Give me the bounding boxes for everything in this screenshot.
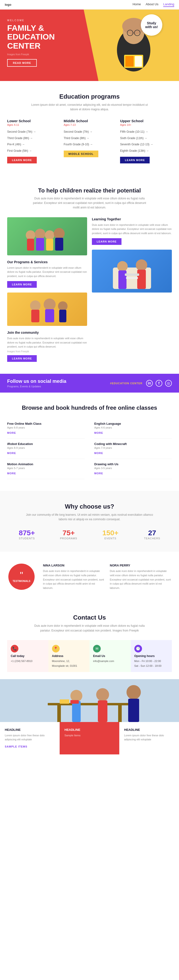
potential-programs-desc: Lorem ipsum dolor in reprehenderit in vo… [7, 266, 87, 278]
middle-school-button[interactable]: MIDDLE SCHOOL [64, 151, 98, 157]
svg-rect-32 [57, 705, 61, 722]
potential-learning-title: Learning Together [92, 217, 172, 221]
potential-learning-desc: Duis aute irure dolor in reprehenderit i… [92, 223, 172, 235]
headline-2-text: Sample Items [64, 733, 114, 738]
program-upper-age: Ages 14+ [120, 123, 172, 126]
program-lower-title: Lower School [7, 119, 59, 123]
stat-events-num: 150+ [91, 529, 130, 537]
classes-title: Browse and book hundreds of free online … [7, 404, 172, 411]
contact-call-value: +1 (234) 567-8910 [11, 660, 45, 662]
class-item-1: Free Online Math Class Ages 6-8 years MO… [7, 418, 85, 439]
lower-item-2[interactable]: Third Grade (8th) → [7, 137, 33, 140]
education-programs-subtitle: Lorem ipsum dolor sit amet, consectetur … [30, 103, 149, 112]
svg-point-24 [117, 261, 128, 272]
social-subtitle: Programs, Events & Updates [7, 385, 66, 388]
linkedin-icon[interactable]: in [146, 380, 153, 387]
why-section: Why choose us? Join our community of lif… [0, 491, 179, 552]
middle-item-2[interactable]: Third Grade (8th) → [64, 137, 89, 140]
navbar: logo Home About Us Landing [0, 0, 179, 10]
potential-join-desc: Duis aute irure dolor in reprehenderit i… [7, 336, 87, 349]
class-2-more[interactable]: MORE [94, 431, 103, 434]
stat-programs-num: 75+ [49, 529, 88, 537]
upper-item-3[interactable]: Seventh Grade (12-13) → [120, 143, 153, 146]
svg-point-26 [136, 259, 147, 271]
svg-point-21 [58, 301, 67, 311]
facebook-icon[interactable]: f [156, 380, 162, 387]
svg-point-34 [70, 690, 82, 702]
stats-grid: 875+ STUDENTS 75+ PROGRAMS 150+ EVENTS 2… [7, 529, 172, 540]
potential-join-community: Join the community Duis aute irure dolor… [7, 331, 87, 362]
class-3-age: Ages 8-9 years [7, 446, 85, 449]
clock-icon: 🕐 [134, 645, 142, 652]
class-item-5: Motion Animation Ages 5-7 years MORE [7, 459, 85, 479]
class-3-more[interactable]: MORE [7, 452, 16, 455]
email-icon: ✉ [93, 645, 101, 652]
stat-programs-label: PROGRAMS [49, 537, 88, 540]
hero-read-more-button[interactable]: READ MORE [7, 59, 37, 67]
education-programs-section: Education programs Lorem ipsum dolor sit… [0, 81, 179, 175]
svg-point-15 [54, 228, 65, 239]
svg-rect-35 [72, 701, 81, 722]
lower-item-3[interactable]: Pre-K (4th) → [7, 143, 25, 146]
testimonial-1-name: NINA LARSON [43, 563, 105, 567]
education-programs-title: Education programs [7, 93, 172, 100]
program-middle-age: Ages 7-13 [64, 123, 115, 126]
middle-item-3[interactable]: Fourth Grade (9-10) → [64, 143, 93, 146]
lower-item-4[interactable]: First Grade (5th) → [7, 149, 32, 153]
potential-img-3 [7, 293, 87, 326]
headline-1-more[interactable]: SAMPLE ITEMS [5, 745, 27, 748]
class-6-age: Ages 3-5 years [94, 467, 172, 469]
contact-hours-line2: Sat - Sun 12:00 - 18:00 [134, 664, 168, 667]
social-left: Follow us on social media Programs, Even… [7, 379, 66, 388]
class-6-more[interactable]: MORE [94, 472, 103, 475]
upper-item-1[interactable]: Fifth Grade (10-11) → [120, 130, 148, 134]
instagram-icon[interactable]: ◎ [165, 380, 172, 387]
contact-email: ✉ Email Us info@sample.com [90, 640, 131, 672]
nav-landing[interactable]: Landing [163, 2, 174, 7]
svg-rect-37 [98, 700, 107, 722]
hero-image-credit: Images from Freepik [7, 53, 55, 56]
program-lower-list: Second Grade (7th) → Third Grade (8th) →… [7, 129, 59, 154]
potential-section: To help children realize their potential… [0, 175, 179, 374]
svg-rect-22 [59, 310, 66, 322]
join-image-credit: Images from Freepik [7, 350, 87, 353]
testimonial-2-name: NORA PERRY [110, 563, 172, 567]
nav-about[interactable]: About Us [145, 2, 158, 7]
nav-home[interactable]: Home [133, 2, 141, 7]
middle-item-1[interactable]: Second Grade (7th) → [64, 130, 93, 134]
class-4-more[interactable]: MORE [94, 452, 103, 455]
class-1-more[interactable]: MORE [7, 431, 16, 434]
upper-item-4[interactable]: Eighth Grade (13th) → [120, 149, 149, 153]
headline-2-title: HEADLINE [64, 728, 114, 732]
potential-subtitle: Duis aute irure dolor in reprehenderit i… [30, 196, 149, 210]
contact-hours-line1: Mon - Fri 10:00 - 22:00 [134, 660, 168, 662]
class-2-title: English Language [94, 422, 172, 425]
svg-rect-8 [135, 56, 142, 67]
headline-3: HEADLINE Lorem ipsum dolor free these do… [119, 722, 179, 754]
upper-school-button[interactable]: LEARN MORE [120, 157, 150, 164]
potential-right: Learning Together Duis aute irure dolor … [92, 217, 172, 362]
svg-rect-25 [118, 270, 126, 289]
upper-item-2[interactable]: Sixth Grade (11th) → [120, 137, 147, 140]
potential-img-2 [92, 250, 172, 293]
location-icon: 📍 [52, 645, 60, 652]
testimonials-left: " Testimonials [7, 563, 36, 590]
class-4-age: Ages 7-9 years [94, 446, 172, 449]
program-middle-title: Middle School [64, 119, 115, 123]
contact-section: Contact Us Duis aute irure dolor in repr… [0, 602, 179, 679]
join-learn-more-button[interactable]: LEARN MORE [7, 355, 37, 362]
svg-point-17 [30, 301, 41, 311]
headline-3-text: Lorem ipsum dolor free these dolo adipis… [124, 733, 174, 742]
svg-point-19 [44, 299, 56, 310]
class-5-more[interactable]: MORE [7, 472, 16, 475]
program-upper-title: Upper School [120, 119, 172, 123]
learning-learn-more-button[interactable]: LEARN MORE [92, 238, 121, 245]
hero-content: WELCOME FAMILY & EDUCATION CENTER Images… [7, 19, 55, 67]
svg-rect-39 [128, 699, 139, 722]
svg-rect-27 [137, 270, 146, 289]
lower-school-button[interactable]: LEARN MORE [7, 157, 37, 164]
testimonials-right: NINA LARSON Duis aute irure dolor in rep… [43, 563, 172, 590]
programs-learn-more-button[interactable]: LEARN MORE [7, 281, 37, 288]
lower-item-1[interactable]: Second Grade (7th) → [7, 130, 36, 134]
potential-title: To help children realize their potential [7, 187, 172, 194]
